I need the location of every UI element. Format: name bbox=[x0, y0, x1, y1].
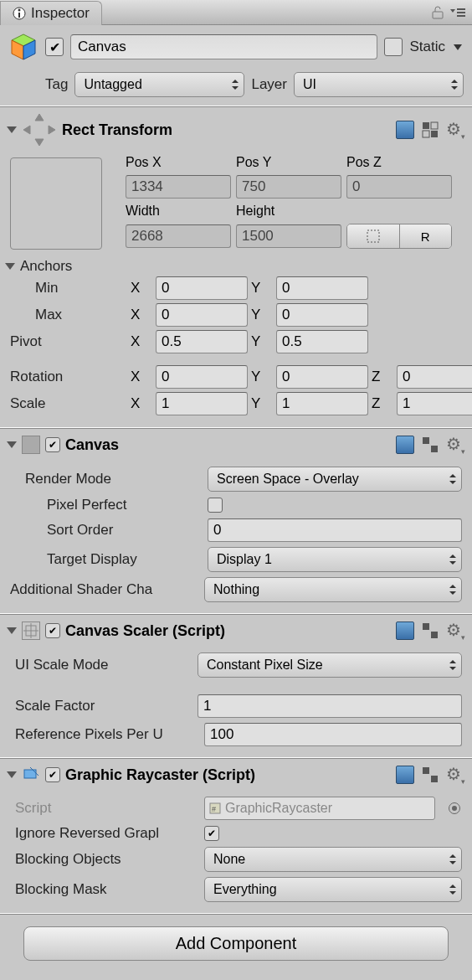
addl-shader-dropdown[interactable]: Nothing bbox=[204, 577, 462, 602]
static-dropdown-arrow[interactable] bbox=[452, 43, 464, 51]
render-mode-dropdown[interactable]: Screen Space - Overlay bbox=[208, 467, 462, 492]
pixel-perfect-checkbox[interactable] bbox=[208, 498, 223, 513]
canvas-scaler-header: ✔ Canvas Scaler (Script) ⚙▾ bbox=[0, 615, 472, 647]
rect-transform-header: Rect Transform ⚙▾ bbox=[0, 107, 472, 152]
tab-menu-icon[interactable] bbox=[449, 7, 465, 18]
graphic-raycaster-body: Script # GraphicRaycaster Ignore Reverse… bbox=[0, 791, 472, 913]
posz-input[interactable] bbox=[346, 175, 452, 199]
scale-factor-input[interactable] bbox=[198, 694, 462, 718]
help-icon[interactable] bbox=[396, 622, 414, 640]
foldout-icon[interactable] bbox=[7, 627, 17, 634]
posx-label: Pos X bbox=[126, 155, 231, 170]
posy-input[interactable] bbox=[236, 175, 341, 199]
width-label: Width bbox=[126, 204, 231, 219]
preset-icon[interactable] bbox=[421, 622, 439, 640]
foldout-icon[interactable] bbox=[7, 771, 17, 778]
help-icon[interactable] bbox=[396, 121, 414, 139]
gameobject-icon[interactable] bbox=[8, 32, 38, 62]
scale-z[interactable] bbox=[397, 392, 472, 415]
svg-rect-3 bbox=[433, 12, 443, 18]
svg-rect-7 bbox=[457, 15, 465, 17]
z-label: Z bbox=[372, 395, 393, 412]
gameobject-header: ✔ Static bbox=[0, 25, 472, 69]
anchor-min-x[interactable] bbox=[156, 276, 248, 300]
rot-y[interactable] bbox=[276, 365, 368, 389]
x-label: X bbox=[131, 369, 152, 385]
scale-factor-label: Scale Factor bbox=[15, 698, 191, 714]
blueprint-raw-buttons: R bbox=[346, 224, 452, 249]
layer-label: Layer bbox=[251, 76, 287, 93]
svg-rect-22 bbox=[431, 446, 438, 452]
layer-value: UI bbox=[303, 77, 316, 92]
sort-order-input[interactable] bbox=[208, 518, 462, 542]
anchors-foldout[interactable] bbox=[5, 263, 15, 270]
blueprint-mode-button[interactable] bbox=[347, 224, 400, 248]
anchor-min-y[interactable] bbox=[276, 276, 368, 300]
svg-rect-17 bbox=[431, 122, 438, 129]
canvas-enabled-checkbox[interactable]: ✔ bbox=[45, 437, 60, 452]
y-label: Y bbox=[251, 307, 273, 323]
help-icon[interactable] bbox=[396, 436, 414, 454]
blocking-objects-dropdown[interactable]: None bbox=[204, 847, 462, 872]
lock-icon[interactable] bbox=[432, 6, 444, 19]
x-label: X bbox=[131, 280, 152, 297]
scale-y[interactable] bbox=[276, 392, 368, 415]
svg-rect-27 bbox=[431, 632, 438, 638]
static-checkbox[interactable] bbox=[384, 38, 403, 56]
x-label: X bbox=[131, 395, 152, 412]
gameobject-active-checkbox[interactable]: ✔ bbox=[45, 38, 64, 56]
tag-label: Tag bbox=[45, 76, 68, 93]
anchor-max-x[interactable] bbox=[156, 303, 248, 327]
tag-dropdown[interactable]: Untagged bbox=[74, 72, 244, 97]
ref-ppu-input[interactable] bbox=[204, 723, 462, 746]
inspector-tab[interactable]: Inspector bbox=[0, 1, 102, 25]
preset-icon[interactable] bbox=[421, 121, 439, 139]
height-label: Height bbox=[236, 204, 341, 219]
svg-text:#: # bbox=[212, 805, 216, 813]
preset-icon[interactable] bbox=[421, 436, 439, 454]
gear-icon[interactable]: ⚙▾ bbox=[446, 620, 465, 642]
ui-scale-mode-label: UI Scale Mode bbox=[15, 657, 191, 673]
blocking-objects-label: Blocking Objects bbox=[15, 851, 198, 868]
gameobject-name-input[interactable] bbox=[70, 34, 377, 59]
blocking-mask-label: Blocking Mask bbox=[15, 881, 198, 898]
ui-scale-mode-dropdown[interactable]: Constant Pixel Size bbox=[198, 652, 462, 678]
gear-icon[interactable]: ⚙▾ bbox=[446, 119, 465, 141]
anchor-max-y[interactable] bbox=[276, 303, 368, 327]
svg-rect-20 bbox=[367, 230, 379, 242]
rot-z[interactable] bbox=[397, 365, 472, 389]
gear-icon[interactable]: ⚙▾ bbox=[446, 434, 465, 456]
ignore-reversed-label: Ignore Reversed Grapl bbox=[15, 825, 198, 842]
graphic-raycaster-enabled-checkbox[interactable]: ✔ bbox=[45, 767, 60, 782]
posx-input[interactable] bbox=[126, 175, 231, 199]
foldout-icon[interactable] bbox=[7, 126, 17, 133]
ignore-reversed-checkbox[interactable]: ✔ bbox=[204, 826, 219, 841]
add-component-button[interactable]: Add Component bbox=[23, 926, 449, 961]
pivot-x[interactable] bbox=[156, 330, 248, 353]
ui-scale-mode-value: Constant Pixel Size bbox=[207, 658, 323, 673]
rect-transform-title: Rect Transform bbox=[62, 121, 172, 139]
blocking-mask-dropdown[interactable]: Everything bbox=[204, 877, 462, 902]
target-display-label: Target Display bbox=[47, 551, 201, 568]
preset-icon[interactable] bbox=[421, 766, 439, 784]
scale-x[interactable] bbox=[156, 392, 248, 415]
pixel-perfect-label: Pixel Perfect bbox=[47, 497, 201, 513]
object-picker-icon[interactable] bbox=[449, 802, 460, 814]
tab-controls bbox=[432, 6, 472, 19]
foldout-icon[interactable] bbox=[7, 441, 17, 448]
height-input[interactable] bbox=[236, 224, 341, 248]
width-input[interactable] bbox=[126, 224, 231, 248]
canvas-icon bbox=[22, 436, 40, 454]
svg-marker-4 bbox=[450, 9, 455, 13]
canvas-scaler-enabled-checkbox[interactable]: ✔ bbox=[45, 623, 60, 638]
rot-x[interactable] bbox=[156, 365, 248, 389]
raw-mode-button[interactable]: R bbox=[400, 224, 452, 248]
target-display-dropdown[interactable]: Display 1 bbox=[208, 547, 462, 572]
pivot-y[interactable] bbox=[276, 330, 368, 353]
svg-marker-11 bbox=[454, 44, 462, 50]
gear-icon[interactable]: ⚙▾ bbox=[446, 764, 465, 786]
help-icon[interactable] bbox=[396, 766, 414, 784]
svg-rect-29 bbox=[423, 767, 429, 774]
anchor-preset-button[interactable] bbox=[10, 157, 102, 250]
layer-dropdown[interactable]: UI bbox=[294, 72, 464, 97]
